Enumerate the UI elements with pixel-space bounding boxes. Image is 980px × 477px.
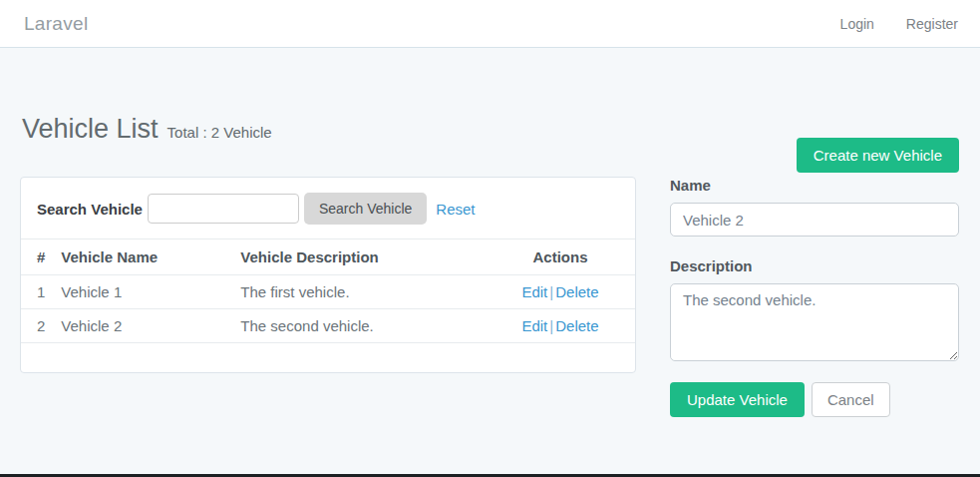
search-button[interactable]: Search Vehicle xyxy=(304,193,427,225)
register-link[interactable]: Register xyxy=(906,16,958,32)
row-number: 1 xyxy=(21,275,53,309)
main-content: Create new Vehicle Vehicle List Total : … xyxy=(0,114,980,417)
brand-link[interactable]: Laravel xyxy=(24,13,88,35)
table-header-row: # Vehicle Name Vehicle Description Actio… xyxy=(21,239,635,275)
create-new-vehicle-button[interactable]: Create new Vehicle xyxy=(797,138,959,173)
reset-link[interactable]: Reset xyxy=(436,201,475,218)
name-field-group: Name xyxy=(670,177,959,237)
header-number: # xyxy=(21,239,53,275)
name-input[interactable] xyxy=(670,203,959,237)
description-field-group: Description The second vehicle. xyxy=(670,257,959,365)
row-vehicle-description: The first vehicle. xyxy=(232,275,486,309)
page-title: Vehicle List xyxy=(22,114,159,145)
search-input[interactable] xyxy=(148,194,299,224)
row-number: 2 xyxy=(21,309,53,343)
description-label: Description xyxy=(670,257,959,274)
vehicle-list-card: Search Vehicle Search Vehicle Reset # Ve… xyxy=(20,177,636,373)
name-label: Name xyxy=(670,177,959,194)
header-vehicle-name: Vehicle Name xyxy=(53,239,232,275)
navbar-links: Login Register xyxy=(840,16,958,32)
navbar: Laravel Login Register xyxy=(0,0,980,48)
row-actions: Edit|Delete xyxy=(486,275,635,309)
description-textarea[interactable]: The second vehicle. xyxy=(670,283,959,361)
header-vehicle-description: Vehicle Description xyxy=(232,239,486,275)
delete-link[interactable]: Delete xyxy=(555,283,598,300)
edit-link[interactable]: Edit xyxy=(521,283,547,300)
action-separator: | xyxy=(549,317,553,334)
table-row: 1 Vehicle 1 The first vehicle. Edit|Dele… xyxy=(21,275,635,309)
cancel-button[interactable]: Cancel xyxy=(812,382,890,417)
search-row: Search Vehicle Search Vehicle Reset xyxy=(21,178,635,238)
edit-vehicle-form: Name Description The second vehicle. Upd… xyxy=(670,177,959,417)
row-actions: Edit|Delete xyxy=(486,309,635,343)
login-link[interactable]: Login xyxy=(840,16,874,32)
update-vehicle-button[interactable]: Update Vehicle xyxy=(670,382,805,417)
form-buttons: Update Vehicle Cancel xyxy=(670,382,959,417)
edit-link[interactable]: Edit xyxy=(521,317,547,334)
table-row: 2 Vehicle 2 The second vehicle. Edit|Del… xyxy=(21,309,635,343)
row-vehicle-name: Vehicle 2 xyxy=(53,309,232,343)
row-vehicle-name: Vehicle 1 xyxy=(53,275,232,309)
vehicle-table: # Vehicle Name Vehicle Description Actio… xyxy=(21,238,635,343)
row-vehicle-description: The second vehicle. xyxy=(232,309,486,343)
action-separator: | xyxy=(549,283,553,300)
columns: Search Vehicle Search Vehicle Reset # Ve… xyxy=(0,177,980,417)
header-actions: Actions xyxy=(486,239,635,275)
delete-link[interactable]: Delete xyxy=(555,317,598,334)
total-count-label: Total : 2 Vehicle xyxy=(167,124,272,141)
search-label: Search Vehicle xyxy=(37,201,143,218)
